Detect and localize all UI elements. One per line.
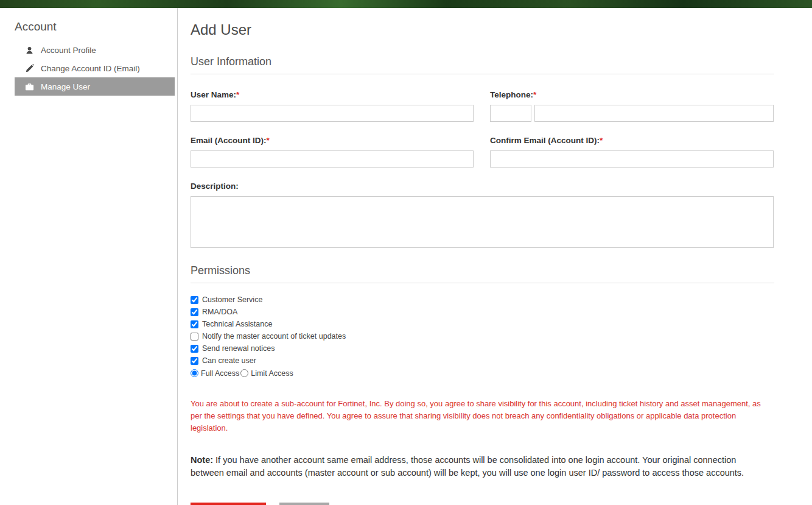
permission-row-can-create-user: Can create user [191,355,774,367]
description-field-group: Description: [191,182,774,250]
technical-assistance-checkbox[interactable] [191,320,198,328]
email-field-group: Email (Account ID):* [191,136,474,168]
permission-label: Notify the master account of ticket upda… [202,332,346,341]
telephone-label-text: Telephone: [490,90,533,99]
notify-master-account-checkbox[interactable] [191,333,198,341]
permission-label: Technical Assistance [202,320,272,328]
permission-label: Customer Service [202,295,262,304]
sidebar-item-label: Manage User [41,82,90,91]
customer-service-checkbox[interactable] [191,296,198,304]
confirm-email-label: Confirm Email (Account ID):* [490,136,774,145]
top-banner-image [0,0,812,8]
page-title: Add User [191,21,774,38]
full-access-label: Full Access [201,369,239,378]
consolidation-note: Note: If you have another account same e… [191,454,758,479]
section-permissions: Permissions [191,264,774,283]
telephone-field-group: Telephone:* [490,90,774,122]
limit-access-radio[interactable] [240,369,248,377]
cancel-button[interactable]: Cancel [279,503,329,505]
permission-row-rma-doa: RMA/DOA [191,306,774,318]
permission-row-send-renewal-notices: Send renewal notices [191,342,774,355]
form-actions: Save Cancel [191,503,774,505]
telephone-country-code-input[interactable] [490,105,531,122]
full-access-radio[interactable] [191,369,198,377]
permission-label: Send renewal notices [202,344,275,353]
briefcase-icon [25,82,34,91]
permission-label: Can create user [202,356,256,365]
required-asterisk: * [533,90,536,99]
permission-row-notify-master-account: Notify the master account of ticket upda… [191,330,774,342]
email-label: Email (Account ID):* [191,136,474,145]
required-asterisk: * [236,90,239,99]
user-name-input[interactable] [191,105,474,122]
required-asterisk: * [600,136,603,145]
user-info-form: User Name:* Telephone:* [191,90,774,264]
send-renewal-notices-checkbox[interactable] [191,345,198,353]
rma-doa-checkbox[interactable] [191,308,198,316]
confirm-email-input[interactable] [490,150,774,168]
sidebar-item-label: Change Account ID (Email) [41,64,140,73]
sidebar: Account Account Profile Change Account I… [0,8,178,505]
user-name-field-group: User Name:* [191,90,474,122]
pencil-icon [25,64,34,73]
limit-access-label: Limit Access [251,369,293,378]
permissions-list: Customer Service RMA/DOA Technical Assis… [191,294,774,380]
access-level-radio-group: Full Access Limit Access [191,367,774,380]
description-label-text: Description: [191,182,239,191]
sidebar-item-account-profile[interactable]: Account Profile [15,41,175,59]
can-create-user-checkbox[interactable] [191,357,198,365]
section-user-information: User Information [191,55,774,74]
confirm-email-label-text: Confirm Email (Account ID): [490,136,600,145]
permission-row-technical-assistance: Technical Assistance [191,318,774,330]
telephone-label: Telephone:* [490,90,774,99]
user-name-label-text: User Name: [191,90,236,99]
sidebar-item-manage-user[interactable]: Manage User [15,77,175,96]
user-name-label: User Name:* [191,90,474,99]
user-icon [25,46,34,55]
sidebar-item-label: Account Profile [41,46,96,55]
note-label: Note: [191,455,213,465]
save-button[interactable]: Save [191,503,266,505]
confirm-email-field-group: Confirm Email (Account ID):* [490,136,774,168]
page-layout: Account Account Profile Change Account I… [0,8,812,505]
note-body: If you have another account same email a… [191,455,744,478]
telephone-number-input[interactable] [534,105,774,122]
description-label: Description: [191,182,774,191]
permission-row-customer-service: Customer Service [191,294,774,306]
sidebar-title: Account [0,20,177,34]
sidebar-item-change-account-id[interactable]: Change Account ID (Email) [15,59,175,77]
main-content: Add User User Information User Name:* Te… [178,8,812,505]
sub-account-warning-text: You are about to create a sub-account fo… [191,398,770,434]
email-input[interactable] [191,150,474,168]
permission-label: RMA/DOA [202,308,237,316]
email-label-text: Email (Account ID): [191,136,267,145]
required-asterisk: * [267,136,270,145]
description-textarea[interactable] [191,196,774,248]
